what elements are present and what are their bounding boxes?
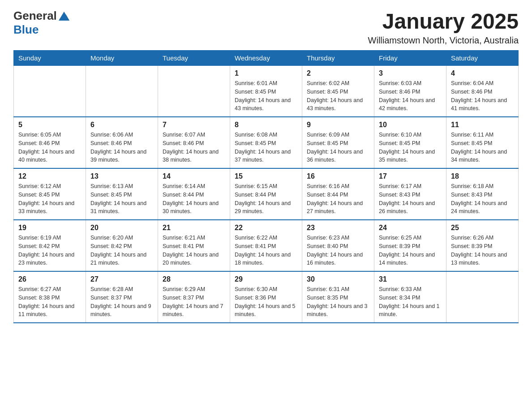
day-number: 9 bbox=[307, 121, 369, 129]
calendar-cell: 1Sunrise: 6:01 AM Sunset: 8:45 PM Daylig… bbox=[230, 66, 302, 117]
week-row-2: 5Sunrise: 6:05 AM Sunset: 8:46 PM Daylig… bbox=[14, 117, 519, 168]
day-header-thursday: Thursday bbox=[302, 51, 374, 66]
day-number: 30 bbox=[307, 275, 369, 283]
calendar-cell: 3Sunrise: 6:03 AM Sunset: 8:46 PM Daylig… bbox=[374, 66, 446, 117]
calendar-header: SundayMondayTuesdayWednesdayThursdayFrid… bbox=[14, 51, 519, 66]
day-info: Sunrise: 6:10 AM Sunset: 8:45 PM Dayligh… bbox=[379, 131, 442, 164]
day-header-saturday: Saturday bbox=[446, 51, 519, 66]
week-row-1: 1Sunrise: 6:01 AM Sunset: 8:45 PM Daylig… bbox=[14, 66, 519, 117]
calendar-cell: 11Sunrise: 6:11 AM Sunset: 8:45 PM Dayli… bbox=[446, 117, 519, 168]
calendar-cell: 7Sunrise: 6:07 AM Sunset: 8:46 PM Daylig… bbox=[158, 117, 230, 168]
day-info: Sunrise: 6:21 AM Sunset: 8:41 PM Dayligh… bbox=[163, 234, 225, 267]
day-number: 8 bbox=[235, 121, 297, 129]
day-number: 7 bbox=[163, 121, 225, 129]
day-number: 15 bbox=[235, 172, 297, 180]
day-info: Sunrise: 6:03 AM Sunset: 8:46 PM Dayligh… bbox=[379, 79, 442, 113]
day-info: Sunrise: 6:27 AM Sunset: 8:38 PM Dayligh… bbox=[18, 285, 81, 319]
day-info: Sunrise: 6:23 AM Sunset: 8:40 PM Dayligh… bbox=[307, 234, 369, 267]
calendar-cell bbox=[446, 271, 519, 323]
calendar-cell: 4Sunrise: 6:04 AM Sunset: 8:46 PM Daylig… bbox=[446, 66, 519, 117]
day-info: Sunrise: 6:33 AM Sunset: 8:34 PM Dayligh… bbox=[379, 285, 442, 319]
calendar-cell: 13Sunrise: 6:13 AM Sunset: 8:45 PM Dayli… bbox=[86, 168, 158, 220]
day-info: Sunrise: 6:08 AM Sunset: 8:45 PM Dayligh… bbox=[235, 131, 297, 164]
calendar-cell: 6Sunrise: 6:06 AM Sunset: 8:46 PM Daylig… bbox=[86, 117, 158, 168]
day-info: Sunrise: 6:04 AM Sunset: 8:46 PM Dayligh… bbox=[451, 79, 514, 113]
calendar-cell: 12Sunrise: 6:12 AM Sunset: 8:45 PM Dayli… bbox=[14, 168, 86, 220]
calendar-cell bbox=[86, 66, 158, 117]
calendar-cell bbox=[158, 66, 230, 117]
day-number: 20 bbox=[90, 224, 153, 232]
week-row-4: 19Sunrise: 6:19 AM Sunset: 8:42 PM Dayli… bbox=[14, 220, 519, 271]
day-number: 31 bbox=[379, 275, 442, 283]
calendar-cell: 28Sunrise: 6:29 AM Sunset: 8:37 PM Dayli… bbox=[158, 271, 230, 323]
day-number: 28 bbox=[163, 275, 225, 283]
title-block: January 2025 Williamstown North, Victori… bbox=[368, 9, 519, 46]
week-row-5: 26Sunrise: 6:27 AM Sunset: 8:38 PM Dayli… bbox=[14, 271, 519, 323]
day-info: Sunrise: 6:18 AM Sunset: 8:43 PM Dayligh… bbox=[451, 182, 514, 216]
day-number: 6 bbox=[90, 121, 153, 129]
calendar-cell: 2Sunrise: 6:02 AM Sunset: 8:45 PM Daylig… bbox=[302, 66, 374, 117]
calendar-cell: 26Sunrise: 6:27 AM Sunset: 8:38 PM Dayli… bbox=[14, 271, 86, 323]
calendar-cell: 5Sunrise: 6:05 AM Sunset: 8:46 PM Daylig… bbox=[14, 117, 86, 168]
day-info: Sunrise: 6:12 AM Sunset: 8:45 PM Dayligh… bbox=[18, 182, 81, 216]
logo: General Blue bbox=[13, 9, 70, 37]
days-of-week-row: SundayMondayTuesdayWednesdayThursdayFrid… bbox=[14, 51, 519, 66]
calendar-cell: 17Sunrise: 6:17 AM Sunset: 8:43 PM Dayli… bbox=[374, 168, 446, 220]
day-number: 23 bbox=[307, 224, 369, 232]
logo-blue-text: Blue bbox=[13, 23, 39, 37]
day-info: Sunrise: 6:30 AM Sunset: 8:36 PM Dayligh… bbox=[235, 285, 297, 319]
day-info: Sunrise: 6:07 AM Sunset: 8:46 PM Dayligh… bbox=[163, 131, 225, 164]
day-info: Sunrise: 6:22 AM Sunset: 8:41 PM Dayligh… bbox=[235, 234, 297, 267]
day-info: Sunrise: 6:29 AM Sunset: 8:37 PM Dayligh… bbox=[163, 285, 225, 319]
day-info: Sunrise: 6:17 AM Sunset: 8:43 PM Dayligh… bbox=[379, 182, 442, 216]
day-info: Sunrise: 6:19 AM Sunset: 8:42 PM Dayligh… bbox=[18, 234, 81, 267]
calendar-cell: 14Sunrise: 6:14 AM Sunset: 8:44 PM Dayli… bbox=[158, 168, 230, 220]
day-number: 27 bbox=[90, 275, 153, 283]
day-number: 3 bbox=[379, 69, 442, 77]
calendar-cell: 18Sunrise: 6:18 AM Sunset: 8:43 PM Dayli… bbox=[446, 168, 519, 220]
day-info: Sunrise: 6:20 AM Sunset: 8:42 PM Dayligh… bbox=[90, 234, 153, 267]
day-number: 18 bbox=[451, 172, 514, 180]
calendar-subtitle: Williamstown North, Victoria, Australia bbox=[368, 35, 519, 46]
day-number: 1 bbox=[235, 69, 297, 77]
calendar-cell: 25Sunrise: 6:26 AM Sunset: 8:39 PM Dayli… bbox=[446, 220, 519, 271]
calendar-cell: 24Sunrise: 6:25 AM Sunset: 8:39 PM Dayli… bbox=[374, 220, 446, 271]
day-number: 25 bbox=[451, 224, 514, 232]
day-header-sunday: Sunday bbox=[14, 51, 86, 66]
day-info: Sunrise: 6:16 AM Sunset: 8:44 PM Dayligh… bbox=[307, 182, 369, 216]
calendar-cell: 22Sunrise: 6:22 AM Sunset: 8:41 PM Dayli… bbox=[230, 220, 302, 271]
day-number: 13 bbox=[90, 172, 153, 180]
calendar-cell: 10Sunrise: 6:10 AM Sunset: 8:45 PM Dayli… bbox=[374, 117, 446, 168]
day-number: 10 bbox=[379, 121, 442, 129]
calendar-cell: 23Sunrise: 6:23 AM Sunset: 8:40 PM Dayli… bbox=[302, 220, 374, 271]
page-header: General Blue January 2025 Williamstown N… bbox=[13, 9, 519, 46]
calendar-cell: 31Sunrise: 6:33 AM Sunset: 8:34 PM Dayli… bbox=[374, 271, 446, 323]
day-number: 11 bbox=[451, 121, 514, 129]
day-info: Sunrise: 6:09 AM Sunset: 8:45 PM Dayligh… bbox=[307, 131, 369, 164]
calendar-cell: 20Sunrise: 6:20 AM Sunset: 8:42 PM Dayli… bbox=[86, 220, 158, 271]
day-number: 2 bbox=[307, 69, 369, 77]
calendar-body: 1Sunrise: 6:01 AM Sunset: 8:45 PM Daylig… bbox=[14, 66, 519, 323]
logo-icon bbox=[58, 10, 70, 22]
day-number: 14 bbox=[163, 172, 225, 180]
day-info: Sunrise: 6:26 AM Sunset: 8:39 PM Dayligh… bbox=[451, 234, 514, 267]
calendar-cell: 8Sunrise: 6:08 AM Sunset: 8:45 PM Daylig… bbox=[230, 117, 302, 168]
day-number: 29 bbox=[235, 275, 297, 283]
day-info: Sunrise: 6:28 AM Sunset: 8:37 PM Dayligh… bbox=[90, 285, 153, 319]
calendar-cell: 9Sunrise: 6:09 AM Sunset: 8:45 PM Daylig… bbox=[302, 117, 374, 168]
day-number: 16 bbox=[307, 172, 369, 180]
day-info: Sunrise: 6:13 AM Sunset: 8:45 PM Dayligh… bbox=[90, 182, 153, 216]
calendar-cell: 27Sunrise: 6:28 AM Sunset: 8:37 PM Dayli… bbox=[86, 271, 158, 323]
logo-general-text: General bbox=[13, 9, 57, 23]
calendar-cell: 30Sunrise: 6:31 AM Sunset: 8:35 PM Dayli… bbox=[302, 271, 374, 323]
day-number: 21 bbox=[163, 224, 225, 232]
day-header-friday: Friday bbox=[374, 51, 446, 66]
day-number: 5 bbox=[18, 121, 81, 129]
calendar-title: January 2025 bbox=[368, 9, 519, 34]
day-number: 22 bbox=[235, 224, 297, 232]
day-header-monday: Monday bbox=[86, 51, 158, 66]
day-header-tuesday: Tuesday bbox=[158, 51, 230, 66]
day-info: Sunrise: 6:01 AM Sunset: 8:45 PM Dayligh… bbox=[235, 79, 297, 113]
day-number: 24 bbox=[379, 224, 442, 232]
day-info: Sunrise: 6:14 AM Sunset: 8:44 PM Dayligh… bbox=[163, 182, 225, 216]
